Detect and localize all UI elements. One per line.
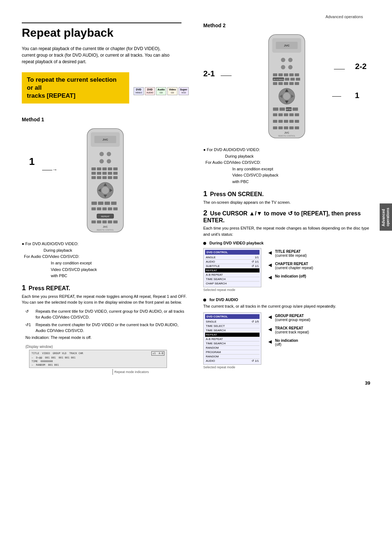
svg-rect-55	[273, 73, 277, 76]
dvd-video-osd-table: DVD CONTROL ANGLE1/1 AUDIO↺ 1/1 SUBTITLE…	[203, 248, 261, 287]
svg-rect-13	[91, 172, 96, 175]
step1-label: Press REPEAT.	[29, 285, 70, 291]
svg-point-51	[281, 58, 285, 62]
osd-row-repeat-highlighted: REPEAT	[205, 268, 260, 273]
dvd-video-selected-label: Selected repeat mode	[203, 288, 261, 292]
svg-rect-69	[295, 82, 299, 85]
svg-rect-41	[97, 220, 101, 223]
dvd-audio-bullet	[203, 299, 206, 301]
highlight-box: To repeat the current selection or all t…	[22, 72, 129, 104]
svg-rect-63	[290, 78, 295, 81]
svg-rect-11	[108, 167, 112, 170]
svg-rect-22	[113, 176, 118, 179]
dvd-audio-annotations: ◄ GROUP REPEAT(current group repeat) ◄ T…	[267, 312, 310, 347]
osd-a-audio: AUDIO↺ 1/1	[205, 359, 260, 363]
svg-point-4	[99, 152, 104, 156]
svg-rect-67	[284, 82, 288, 85]
osd-a-program: PROGRAM	[205, 350, 260, 355]
osd-a-time-search2: TIME SEARCH	[205, 341, 260, 346]
arrow-chapter-repeat: ◄	[267, 262, 273, 268]
svg-rect-10	[102, 167, 107, 170]
svg-rect-33	[91, 207, 96, 210]
annotation-chapter-repeat-text: CHAPTER REPEAT(current chapter repeat)	[275, 262, 313, 270]
dvd-control-header: DVD CONTROL	[205, 250, 260, 255]
svg-rect-40	[91, 220, 96, 223]
annotation-no-indication-audio: ◄ No indication(off)	[267, 339, 310, 347]
osd-row-angle: ANGLE1/1	[205, 255, 260, 260]
method1-heading: Method 1	[22, 117, 189, 122]
svg-rect-76	[273, 108, 278, 111]
svg-point-52	[288, 58, 293, 62]
svg-rect-57	[284, 73, 288, 76]
svg-point-71	[283, 93, 290, 100]
dvd-audio-selected-label: Selected repeat mode	[203, 365, 261, 369]
osd-a-time-search: TIME SEARCH	[205, 328, 260, 333]
svg-rect-87	[278, 120, 283, 123]
display-window: TITLEVIDEOGROUP VLDTRACK CHR ↺1 A-B —D→@…	[29, 350, 167, 368]
svg-rect-35	[102, 207, 107, 210]
step1-arrow-m1: ——→	[42, 167, 57, 173]
arrow-1	[332, 96, 341, 97]
method1-remote-container: 1 ——→ JVC	[22, 127, 189, 236]
dvd-audio-title: for DVD AUDIO	[209, 297, 238, 302]
method2-remote-container: 2-1 2-2 1 JVC	[203, 33, 370, 142]
icon-list: ↺ Repeats the current title for DVD VIDE…	[25, 308, 189, 334]
m2-step1-number: 1	[203, 190, 207, 198]
annotation-title-repeat-text: TITLE REPEAT(current title repeat)	[275, 250, 307, 258]
osd-row-ab-repeat: A-B REPEAT	[205, 273, 260, 277]
svg-rect-65	[273, 82, 277, 85]
svg-rect-77	[279, 108, 285, 111]
callout-2-2: 2-2	[355, 62, 367, 71]
icon-list-text-2: Repeats the current chapter for DVD VIDE…	[36, 322, 189, 334]
svg-rect-89	[289, 120, 294, 123]
repeat-one-symbol: ↺1	[25, 322, 33, 334]
svg-rect-85	[295, 113, 299, 116]
dvd-audio-osd-section: DVD CONTROL SINGLE↺ 1/5 TIME SELECT TIME…	[203, 312, 370, 369]
highlight-box-text: To repeat the current selection or all t…	[27, 76, 124, 100]
arrow-title-repeat: ◄	[267, 250, 273, 256]
m2-step2-label: Use CURSOR ▲/▼ to move ↺ to [REPEAT], th…	[203, 210, 361, 223]
svg-rect-36	[108, 207, 112, 210]
svg-rect-88	[284, 120, 288, 123]
svg-rect-92	[278, 126, 283, 129]
svg-rect-31	[105, 202, 110, 205]
osd-row-audio: AUDIO↺ 1/1	[205, 260, 260, 264]
svg-point-5	[107, 152, 111, 156]
display-label: (Display window)	[25, 345, 189, 349]
osd-a-repeat-highlighted: REPEAT	[205, 333, 260, 337]
svg-rect-93	[284, 126, 288, 129]
svg-rect-37	[113, 207, 118, 210]
icon-list-item-2: ↺1 Repeats the current chapter for DVD V…	[25, 322, 189, 334]
arrow-no-indication-audio: ◄	[267, 339, 273, 345]
m2-step2-number: 2	[203, 209, 207, 217]
svg-rect-8	[91, 167, 96, 170]
step1-number: 1	[22, 284, 26, 292]
annotation-track-repeat: ◄ TRACK REPEAT(current track repeat)	[267, 326, 310, 334]
page-number: 39	[365, 380, 370, 386]
svg-text:JVC: JVC	[284, 131, 289, 134]
advanced-operations-tab: Advanced operations	[380, 203, 392, 231]
svg-rect-32	[111, 202, 117, 205]
svg-rect-68	[289, 82, 294, 85]
svg-rect-80	[293, 108, 298, 111]
svg-text:JVC: JVC	[284, 44, 290, 47]
svg-rect-12	[113, 167, 118, 170]
svg-text:JVC: JVC	[102, 138, 108, 141]
svg-rect-43	[108, 220, 112, 223]
repeat-all-symbol: ↺	[25, 308, 33, 320]
osd-a-random2: RANDOM	[205, 355, 260, 359]
dvd-control-header-audio: DVD CONTROL	[205, 314, 260, 319]
svg-text:REMOTE CONTROL: REMOTE CONTROL	[278, 135, 295, 137]
svg-rect-18	[91, 176, 96, 179]
osd-row-chap-search: CHAP SEARCH	[205, 281, 260, 285]
osd-row-subtitle: SUBTITLE↺ 1/1	[205, 264, 260, 268]
svg-rect-84	[289, 113, 294, 116]
osd-a-ab-repeat: A-B REPEAT	[205, 337, 260, 341]
repeat-mode-label: Repeat mode indicators	[114, 370, 149, 374]
svg-rect-62	[285, 78, 289, 81]
osd-a-time-select: TIME SELECT	[205, 324, 260, 328]
badge-audio-cd: Audio CD	[156, 87, 166, 95]
svg-rect-66	[278, 82, 283, 85]
bullet-note-left: ● For DVD AUDIO/DVD VIDEO: During playba…	[22, 241, 189, 279]
step1-callout-m1: 1	[29, 156, 35, 167]
